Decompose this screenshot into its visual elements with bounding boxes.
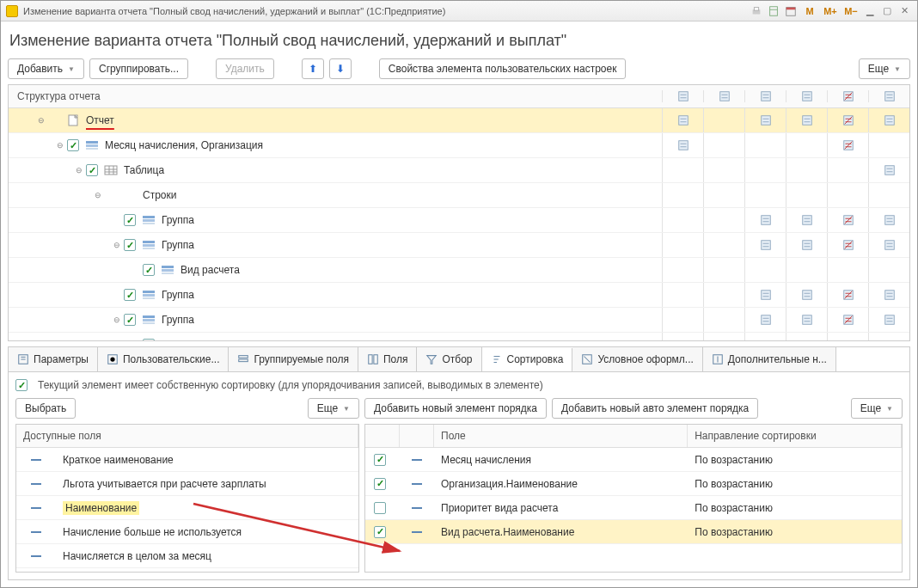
tab-sort[interactable]: Сортировка <box>482 348 573 372</box>
sort-order-grid[interactable]: Поле Направление сортировки Месяц начисл… <box>364 424 903 573</box>
tree-row[interactable]: ⊖Группа <box>9 308 909 333</box>
tree-row[interactable]: ⊖Строки <box>9 183 909 208</box>
expand-toggle[interactable]: ⊖ <box>36 115 46 126</box>
structure-col-4[interactable] <box>827 90 868 102</box>
structure-col-2[interactable] <box>744 90 786 102</box>
expand-toggle[interactable]: ⊖ <box>55 140 65 150</box>
row-checkbox[interactable] <box>124 289 136 301</box>
add-order-button[interactable]: Добавить новый элемент порядка <box>364 398 547 419</box>
direction-column-header: Направление сортировки <box>688 425 902 447</box>
tree-row[interactable]: ⊖Отчет <box>9 108 909 133</box>
svg-rect-95 <box>143 291 155 293</box>
sort-row[interactable]: Приоритет вида расчета По возрастанию <box>365 496 902 520</box>
svg-rect-113 <box>143 322 155 324</box>
sort-row-checkbox[interactable] <box>374 478 386 490</box>
m-plus-button[interactable]: M+ <box>821 4 840 18</box>
more-button[interactable]: Еще▼ <box>859 58 910 79</box>
svg-rect-63 <box>761 216 770 225</box>
m-button[interactable]: M <box>800 4 819 18</box>
svg-rect-39 <box>884 116 894 126</box>
available-field-row[interactable]: Наименование <box>16 496 358 520</box>
tree-row[interactable]: Вид расчета <box>9 258 909 283</box>
tab-grouped-fields[interactable]: Группируемые поля <box>229 347 358 371</box>
tree-row[interactable]: Вид расчета <box>9 333 909 340</box>
sort-panel: Текущий элемент имеет собственную сортир… <box>8 371 910 580</box>
calc-icon[interactable] <box>766 4 781 18</box>
field-icon <box>31 507 41 509</box>
tab-additional[interactable]: Дополнительные н... <box>703 347 836 371</box>
tab-params[interactable]: Параметры <box>9 347 98 371</box>
available-field-row[interactable]: Льгота учитывается при расчете зарплаты <box>16 472 358 496</box>
svg-rect-92 <box>162 266 174 268</box>
sort-row-checkbox[interactable] <box>374 454 386 466</box>
delete-button[interactable]: Удалить <box>216 58 274 79</box>
structure-tree[interactable]: ⊖Отчет ⊖Месяц начисления, Организация ⊖Т… <box>9 108 909 340</box>
svg-rect-29 <box>761 116 770 126</box>
minimize-icon[interactable]: ▁ <box>862 4 878 18</box>
available-field-row[interactable]: Начисляется в целом за месяц <box>16 544 358 568</box>
tree-row[interactable]: Группа <box>9 283 909 308</box>
calendar-icon[interactable] <box>783 4 799 18</box>
m-minus-button[interactable]: M− <box>842 4 860 18</box>
svg-rect-61 <box>143 219 155 222</box>
svg-rect-57 <box>884 166 894 175</box>
add-auto-order-button[interactable]: Добавить новый авто элемент порядка <box>552 398 758 419</box>
choose-button[interactable]: Выбрать <box>15 398 76 419</box>
svg-rect-108 <box>884 291 894 300</box>
sort-row[interactable]: Вид расчета.Наименование По возрастанию <box>365 520 902 544</box>
tree-row[interactable]: Группа <box>9 208 909 233</box>
close-icon[interactable]: ✕ <box>897 4 912 18</box>
svg-rect-77 <box>143 244 155 247</box>
left-more-button[interactable]: Еще▼ <box>308 398 359 419</box>
maximize-icon[interactable]: ▢ <box>879 4 895 18</box>
available-field-row[interactable]: Краткое наименование <box>16 448 358 472</box>
row-checkbox[interactable] <box>124 314 136 326</box>
add-button[interactable]: Добавить▼ <box>8 58 84 79</box>
available-field-row[interactable]: Начисление больше не используется <box>16 520 358 544</box>
svg-rect-42 <box>86 141 98 144</box>
row-checkbox[interactable] <box>86 164 98 176</box>
svg-point-134 <box>110 357 114 361</box>
field-icon <box>412 483 422 485</box>
structure-col-1[interactable] <box>703 90 744 102</box>
structure-panel: Структура отчета ⊖Отчет ⊖Месяц начислени… <box>8 84 910 341</box>
field-icon <box>31 555 41 557</box>
expand-toggle[interactable]: ⊖ <box>93 190 103 200</box>
expand-toggle[interactable]: ⊖ <box>112 240 122 250</box>
sort-row-checkbox[interactable] <box>374 526 386 538</box>
sort-row-checkbox[interactable] <box>374 502 386 514</box>
expand-toggle[interactable]: ⊖ <box>112 315 122 325</box>
move-down-button[interactable]: ⬇ <box>329 58 352 79</box>
structure-col-3[interactable] <box>786 90 827 102</box>
tab-fields[interactable]: Поля <box>358 347 418 371</box>
sort-row[interactable]: Месяц начисления По возрастанию <box>365 448 902 472</box>
group-button[interactable]: Сгруппировать... <box>89 58 188 79</box>
tree-row-label: Группа <box>162 314 194 326</box>
tree-row[interactable]: ⊖Таблица <box>9 158 909 183</box>
row-checkbox[interactable] <box>124 214 136 226</box>
expand-toggle[interactable]: ⊖ <box>74 165 84 175</box>
tree-row-label: Строки <box>143 189 176 201</box>
row-checkbox[interactable] <box>143 264 155 276</box>
own-sort-checkbox[interactable] <box>15 379 28 391</box>
tab-filter[interactable]: Отбор <box>417 347 481 371</box>
row-checkbox[interactable] <box>67 139 79 151</box>
print-icon[interactable] <box>749 4 764 18</box>
structure-col-0[interactable] <box>662 90 703 102</box>
move-up-button[interactable]: ⬆ <box>302 58 324 79</box>
element-props-button[interactable]: Свойства элемента пользовательских настр… <box>379 58 627 79</box>
available-field-label: Наименование <box>63 501 139 515</box>
sort-row[interactable]: Организация.Наименование По возрастанию <box>365 472 902 496</box>
tab-user-settings[interactable]: Пользовательские... <box>98 347 230 371</box>
tree-row[interactable]: ⊖Месяц начисления, Организация <box>9 133 909 158</box>
right-more-button[interactable]: Еще▼ <box>851 398 903 419</box>
available-field-label: Начисление больше не используется <box>63 526 242 538</box>
row-checkbox[interactable] <box>143 339 155 340</box>
available-fields-grid[interactable]: Доступные поля Краткое наименование Льго… <box>15 424 359 573</box>
row-checkbox[interactable] <box>124 239 136 251</box>
tab-conditional[interactable]: Условное оформл... <box>572 347 702 371</box>
structure-header: Структура отчета <box>9 85 662 107</box>
tree-row[interactable]: ⊖Группа <box>9 233 909 258</box>
svg-rect-136 <box>239 359 248 362</box>
structure-col-5[interactable] <box>868 90 909 102</box>
